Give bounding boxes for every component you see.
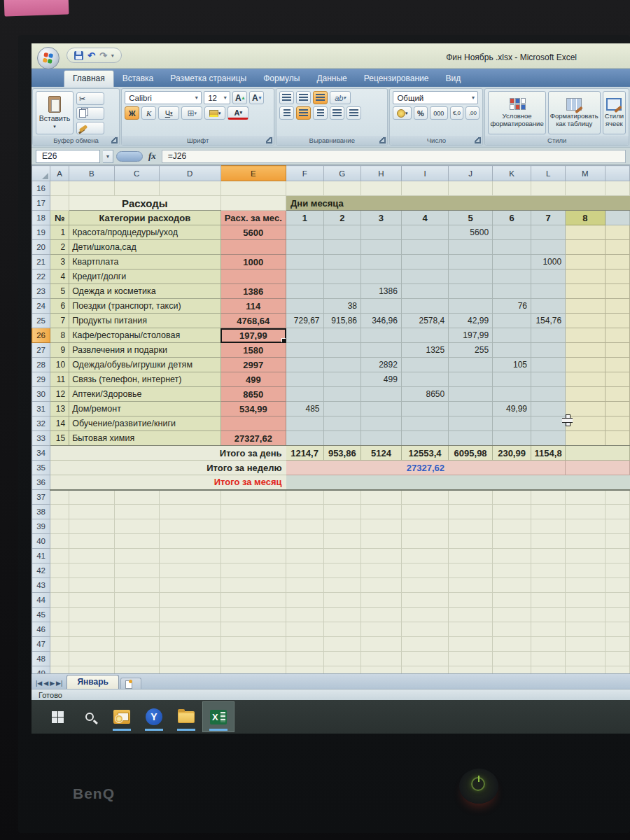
category-name[interactable]: Дом/ремонт: [69, 402, 220, 416]
day-header[interactable]: 8: [566, 211, 606, 225]
cell[interactable]: [114, 505, 159, 519]
cell[interactable]: [605, 372, 629, 387]
cell[interactable]: [449, 534, 493, 549]
month-expense-value[interactable]: 5600: [220, 225, 286, 240]
column-header-K[interactable]: K: [493, 166, 531, 181]
day-value[interactable]: [566, 431, 606, 446]
tab-vstavka[interactable]: Вставка: [114, 71, 162, 87]
category-number[interactable]: 6: [50, 299, 69, 314]
cell[interactable]: [605, 593, 629, 608]
day-value[interactable]: [401, 225, 448, 240]
cell[interactable]: [114, 666, 159, 674]
cell[interactable]: [159, 608, 220, 622]
day-value[interactable]: [566, 299, 606, 314]
cell[interactable]: [114, 564, 159, 578]
category-number[interactable]: 14: [50, 416, 69, 431]
day-value[interactable]: [566, 314, 606, 328]
cell[interactable]: [493, 534, 531, 549]
format-as-table-button[interactable]: Форматировать как таблицу: [548, 91, 601, 134]
day-value[interactable]: [531, 387, 566, 402]
cell[interactable]: [323, 549, 360, 564]
cell[interactable]: [605, 270, 629, 284]
category-name[interactable]: Связь (телефон, интернет): [69, 372, 220, 387]
cell[interactable]: [323, 608, 360, 622]
cell[interactable]: [69, 181, 114, 196]
cell[interactable]: [531, 505, 566, 519]
cell[interactable]: [361, 505, 402, 519]
cell[interactable]: [605, 637, 629, 652]
month-expense-value[interactable]: 1000: [220, 255, 286, 270]
cell[interactable]: [566, 519, 606, 534]
day-value[interactable]: [323, 328, 360, 343]
row-header-44[interactable]: 44: [32, 593, 50, 608]
cell[interactable]: [493, 608, 531, 622]
category-number[interactable]: 9: [50, 343, 69, 358]
row-header-35[interactable]: 35: [32, 461, 50, 475]
cell[interactable]: [401, 578, 448, 593]
day-value[interactable]: [566, 372, 606, 387]
day-value[interactable]: [286, 358, 323, 372]
cell[interactable]: [531, 622, 566, 637]
cell[interactable]: [50, 666, 69, 674]
cell[interactable]: [361, 490, 402, 505]
cell[interactable]: [323, 490, 360, 505]
cell[interactable]: [69, 622, 114, 637]
daily-total-value[interactable]: 230,99: [493, 446, 531, 461]
cell[interactable]: [361, 181, 402, 196]
cell[interactable]: [361, 622, 402, 637]
row-header-38[interactable]: 38: [32, 505, 50, 519]
day-value[interactable]: [493, 343, 531, 358]
day-value[interactable]: [323, 358, 360, 372]
day-value[interactable]: 5600: [449, 225, 493, 240]
day-value[interactable]: 42,99: [449, 314, 493, 328]
cell[interactable]: [605, 328, 629, 343]
day-value[interactable]: 1000: [531, 255, 566, 270]
day-value[interactable]: [323, 225, 360, 240]
cell[interactable]: [323, 181, 360, 196]
day-value[interactable]: [361, 431, 402, 446]
day-value[interactable]: [401, 402, 448, 416]
cell[interactable]: [449, 578, 493, 593]
row-header-41[interactable]: 41: [32, 549, 50, 564]
cell[interactable]: [493, 622, 531, 637]
day-value[interactable]: [286, 431, 323, 446]
category-number[interactable]: 7: [50, 314, 69, 328]
tab-glavnaya[interactable]: Главная: [64, 70, 114, 87]
row-header-16[interactable]: 16: [32, 181, 50, 196]
cell[interactable]: [449, 666, 493, 674]
cell[interactable]: [449, 608, 493, 622]
category-number[interactable]: 11: [50, 372, 69, 387]
row-header-46[interactable]: 46: [32, 622, 50, 637]
cell[interactable]: [50, 490, 69, 505]
day-value[interactable]: [531, 225, 566, 240]
cell[interactable]: [220, 666, 286, 674]
cell[interactable]: [493, 505, 531, 519]
category-name[interactable]: Бытовая химия: [69, 431, 220, 446]
cell[interactable]: [286, 637, 323, 652]
formula-input[interactable]: =J26: [162, 150, 626, 163]
day-value[interactable]: [401, 299, 448, 314]
cell[interactable]: [323, 622, 360, 637]
month-expense-value[interactable]: 4768,64: [220, 314, 286, 328]
prev-sheet-icon[interactable]: ◀: [43, 680, 48, 687]
month-expense-value[interactable]: 114: [220, 299, 286, 314]
cell[interactable]: [401, 622, 448, 637]
cell[interactable]: [605, 622, 629, 637]
row-header-30[interactable]: 30: [32, 387, 50, 402]
cell[interactable]: [449, 490, 493, 505]
align-center-button[interactable]: [296, 106, 311, 120]
cell[interactable]: [566, 564, 606, 578]
paste-button[interactable]: Вставить ▾: [36, 91, 74, 134]
row-header-31[interactable]: 31: [32, 402, 50, 416]
cell[interactable]: [566, 181, 606, 196]
column-header-B[interactable]: B: [69, 166, 114, 181]
cell[interactable]: [531, 549, 566, 564]
cell[interactable]: [605, 284, 629, 299]
column-header-J[interactable]: J: [449, 166, 493, 181]
day-value[interactable]: [449, 299, 493, 314]
align-middle-button[interactable]: [296, 91, 311, 104]
daily-total-value[interactable]: 5124: [361, 446, 402, 461]
day-value[interactable]: [286, 284, 323, 299]
cell[interactable]: [69, 564, 114, 578]
cell[interactable]: [220, 490, 286, 505]
